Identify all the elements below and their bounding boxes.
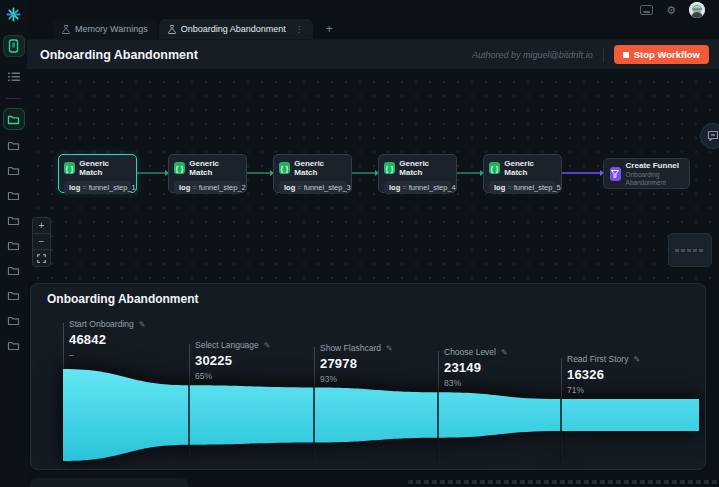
edge-2-3 [247, 172, 273, 174]
node-generic-match-3[interactable]: { }Generic Match log=funnel_step_3 [273, 154, 352, 193]
step-percent: 71% [567, 385, 640, 395]
funnel-icon [610, 167, 621, 181]
edit-pencil-icon[interactable]: ✎ [386, 344, 393, 353]
sidebar-folder[interactable] [3, 210, 25, 230]
phone-icon [8, 39, 19, 53]
node-generic-match-1[interactable]: { }Generic Match log=funnel_step_1 [58, 154, 137, 193]
step-value: 16326 [567, 367, 640, 382]
folder-icon [7, 165, 20, 176]
stop-workflow-label: Stop Workflow [634, 49, 700, 60]
minimap-nodes [675, 249, 705, 252]
chat-bubble-icon [707, 130, 719, 142]
node-condition: log=funnel_step_4 [384, 181, 451, 194]
sidebar-divider [6, 98, 21, 99]
edge-4-5 [457, 172, 483, 174]
node-create-funnel[interactable]: Create Funnel Onboarding Abandonment [603, 158, 690, 189]
edit-pencil-icon[interactable]: ✎ [139, 320, 146, 329]
funnel-step-start-onboarding: Start Onboarding✎ 46842 – [69, 319, 145, 360]
folder-icon [7, 240, 20, 251]
edge-5-output [562, 172, 603, 174]
sidebar-folder[interactable] [3, 260, 25, 280]
funnel-panel: Onboarding Abandonment St [30, 283, 706, 470]
stop-workflow-button[interactable]: Stop Workflow [614, 45, 709, 64]
header-divider [603, 48, 604, 62]
braces-icon: { } [64, 162, 75, 174]
stop-icon [623, 52, 629, 58]
funnel-step-choose-level: Choose Level✎ 23149 83% [444, 347, 508, 388]
folder-icon [7, 215, 20, 226]
sidebar-folder[interactable] [3, 160, 25, 180]
edit-pencil-icon[interactable]: ✎ [501, 348, 508, 357]
edit-pencil-icon[interactable]: ✎ [264, 341, 271, 350]
tab-menu-icon[interactable]: ⋮ [295, 24, 304, 34]
main-area: ⚙ Memory Warnings Onboarding Abandonment… [27, 0, 719, 487]
step-value: 30225 [195, 353, 271, 368]
step-label: Read First Story [567, 354, 628, 364]
step-label: Show Flashcard [320, 343, 381, 353]
sidebar-folder[interactable] [3, 335, 25, 355]
node-condition: log=funnel_step_3 [279, 181, 346, 194]
workflow-icon [168, 25, 176, 34]
step-percent: – [69, 350, 145, 360]
sidebar-folder[interactable] [3, 285, 25, 305]
authored-by-text: Authored by miguel@bitdrift.io [472, 50, 593, 60]
sidebar-folder[interactable] [3, 310, 25, 330]
node-generic-match-2[interactable]: { }Generic Match log=funnel_step_2 [168, 154, 247, 193]
funnel-step-read-first-story: Read First Story✎ 16326 71% [567, 354, 640, 395]
zoom-in-button[interactable]: + [33, 218, 50, 234]
folder-icon [7, 190, 20, 201]
braces-icon: { } [174, 162, 185, 174]
node-condition: log=funnel_step_5 [489, 181, 556, 194]
step-value: 27978 [320, 356, 393, 371]
workflow-canvas[interactable]: { }Generic Match log=funnel_step_1 { }Ge… [27, 69, 719, 281]
canvas-minimap[interactable] [668, 233, 712, 267]
folder-icon [7, 140, 20, 151]
fit-view-button[interactable] [33, 250, 50, 266]
tab-memory-warnings[interactable]: Memory Warnings [53, 19, 157, 39]
settings-gear-icon[interactable]: ⚙ [666, 5, 676, 16]
sidebar-item-devices[interactable] [3, 35, 25, 57]
edge-3-4 [352, 172, 378, 174]
timeline-ticks [408, 480, 717, 484]
tab-bar: Memory Warnings Onboarding Abandonment ⋮… [27, 20, 719, 40]
folder-icon [7, 340, 20, 351]
step-label: Choose Level [444, 347, 496, 357]
funnel-step-show-flashcard: Show Flashcard✎ 27978 93% [320, 343, 393, 384]
user-avatar[interactable] [689, 2, 705, 18]
edge-1-2 [137, 172, 168, 174]
bitdrift-logo-icon[interactable] [6, 7, 21, 26]
feedback-chat-button[interactable] [700, 123, 719, 149]
step-value: 23149 [444, 360, 508, 375]
folder-icon [7, 114, 20, 125]
top-bar: ⚙ [27, 0, 719, 20]
sidebar-folder[interactable] [3, 135, 25, 155]
next-panel-header [30, 478, 188, 487]
node-generic-match-4[interactable]: { }Generic Match log=funnel_step_4 [378, 154, 457, 193]
braces-icon: { } [279, 162, 290, 174]
braces-icon: { } [489, 162, 500, 174]
tab-label: Memory Warnings [75, 24, 148, 34]
sidebar-folder[interactable] [3, 235, 25, 255]
sidebar-item-logs[interactable] [3, 66, 25, 88]
tab-onboarding-abandonment[interactable]: Onboarding Abandonment ⋮ [159, 19, 313, 39]
edit-pencil-icon[interactable]: ✎ [633, 355, 640, 364]
node-generic-match-5[interactable]: { }Generic Match log=funnel_step_5 [483, 154, 562, 193]
node-condition: log=funnel_step_1 [64, 181, 131, 194]
node-condition: log=funnel_step_2 [174, 181, 241, 194]
new-tab-button[interactable]: + [321, 19, 338, 39]
page-title: Onboarding Abandonment [40, 48, 198, 62]
inbox-icon[interactable] [640, 5, 653, 15]
next-panel-edge [30, 478, 719, 487]
tab-label: Onboarding Abandonment [181, 24, 286, 34]
sidebar-folder[interactable] [3, 185, 25, 205]
funnel-step-select-language: Select Language✎ 30225 65% [195, 340, 271, 381]
step-percent: 93% [320, 374, 393, 384]
canvas-zoom-controls: + − [32, 217, 51, 267]
step-percent: 83% [444, 378, 508, 388]
workflow-icon [62, 25, 70, 34]
zoom-out-button[interactable]: − [33, 234, 50, 250]
step-label: Start Onboarding [69, 319, 134, 329]
braces-icon: { } [384, 162, 395, 174]
step-label: Select Language [195, 340, 259, 350]
sidebar-folder-active[interactable] [3, 108, 25, 130]
